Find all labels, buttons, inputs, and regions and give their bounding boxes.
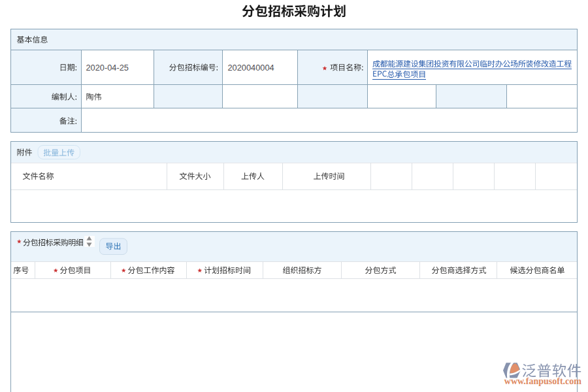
svg-text:2020-04-25: 2020-04-25: [86, 63, 129, 73]
svg-text:2020040004: 2020040004: [228, 63, 274, 73]
svg-text:www.fanpusoft.com: www.fanpusoft.com: [504, 376, 582, 386]
